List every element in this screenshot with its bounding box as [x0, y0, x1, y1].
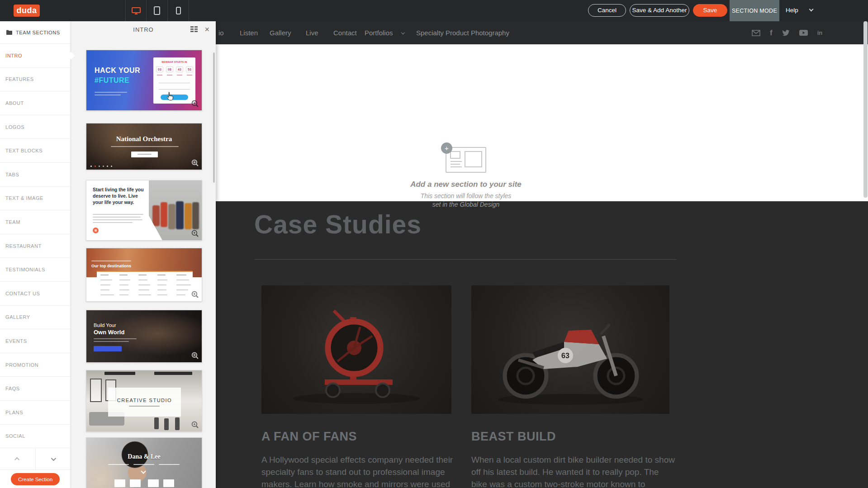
panel-scrollbar[interactable] [213, 52, 215, 183]
youtube-icon[interactable] [799, 30, 808, 36]
sidebar-item-plans[interactable]: PLANS [0, 401, 71, 425]
nav-item-truncated[interactable]: io [218, 29, 224, 37]
accent-dot-icon [93, 227, 99, 233]
save-add-another-button[interactable]: Save & Add Another [630, 4, 689, 17]
template-thumbnail-hack-your-future[interactable]: HACK YOUR #FUTURE WEBINAR STARTS IN 03 0… [86, 50, 202, 111]
sidebar-item-restaurant[interactable]: RESTAURANT [0, 234, 71, 258]
chevron-down-icon[interactable] [809, 7, 814, 12]
case-study-body: When a local custom dirt bike builder ne… [471, 454, 676, 488]
text-line-placeholder [111, 146, 179, 147]
nav-item-specialty-product-photography[interactable]: Specialty Product Photography [416, 29, 509, 37]
close-icon[interactable]: × [204, 25, 209, 34]
sidebar-header-label: TEAM SECTIONS [16, 30, 60, 35]
zoom-preview-icon[interactable] [191, 159, 199, 167]
text-line-placeholder [95, 95, 121, 95]
template-thumbnail-top-destinations[interactable]: Our top destinations [86, 248, 202, 302]
template-thumbnail-dana-and-lee[interactable]: Dana & Lee [86, 437, 202, 488]
zoom-preview-icon[interactable] [191, 291, 199, 298]
countdown-value: 08 [166, 66, 173, 72]
sidebar-item-faqs[interactable]: FAQS [0, 377, 71, 401]
panel-header: INTRO × [71, 21, 216, 38]
case-study-title: A FAN OF FANS [261, 430, 357, 444]
sidebar-item-promotion[interactable]: PROMOTION [0, 353, 71, 377]
plus-icon: + [441, 142, 452, 154]
template-preview-image: Dana & Lee [86, 438, 202, 488]
countdown-value: 03 [156, 66, 163, 72]
layout-grid-icon[interactable] [190, 26, 198, 34]
section-mode-badge: SECTION MODE [730, 0, 779, 21]
zoom-preview-icon[interactable] [191, 421, 199, 429]
create-section-button[interactable]: Create Section [11, 473, 60, 485]
cancel-button[interactable]: Cancel [588, 4, 626, 17]
template-heading: Start living the life you deserve to liv… [93, 186, 148, 205]
linkedin-icon[interactable]: in [817, 29, 823, 36]
template-heading: Dana & Lee [86, 453, 202, 460]
template-thumbnail-creative-studio[interactable]: CREATIVE STUDIO [86, 370, 202, 432]
sidebar-item-tabs[interactable]: TABS [0, 163, 71, 187]
nav-item-contact[interactable]: Contact [333, 29, 357, 37]
email-icon[interactable] [752, 30, 760, 36]
sidebar-item-text-blocks[interactable]: TEXT BLOCKS [0, 139, 71, 163]
page-scrollbar[interactable] [863, 21, 868, 198]
template-heading: HACK YOUR [95, 66, 140, 75]
sidebar-item-about[interactable]: ABOUT [0, 91, 71, 115]
scroll-down-button[interactable] [35, 448, 71, 469]
template-heading: #FUTURE [95, 76, 129, 85]
countdown-box-placeholder [148, 479, 159, 487]
sidebar-item-features[interactable]: FEATURES [0, 68, 71, 92]
add-section-subtitle-line1: This section will follow the styles [375, 192, 556, 199]
zoom-preview-icon[interactable] [191, 230, 199, 237]
sidebar-item-intro[interactable]: INTRO [0, 44, 71, 68]
countdown-box-placeholder [130, 479, 141, 487]
duda-logo[interactable]: duda [14, 5, 40, 17]
sidebar-item-social[interactable]: SOCIAL [0, 425, 71, 449]
section-heading: Case Studies [254, 209, 422, 239]
sidebar-item-events[interactable]: EVENTS [0, 329, 71, 353]
device-desktop-button[interactable] [125, 0, 147, 21]
device-mobile-button[interactable] [168, 0, 189, 21]
dirt-bike-photo: 63 [471, 285, 669, 414]
nav-item-live[interactable]: Live [306, 29, 318, 37]
twitter-icon[interactable] [782, 30, 790, 36]
mobile-icon [176, 7, 181, 14]
nav-item-gallery[interactable]: Gallery [270, 29, 291, 37]
template-heading: CREATIVE STUDIO [108, 398, 181, 403]
zoom-preview-icon[interactable] [191, 100, 199, 108]
template-thumbnail-national-orchestra[interactable]: National Orchestra [86, 123, 202, 170]
sections-sidebar: TEAM SECTIONS INTRO FEATURES ABOUT LOGOS… [0, 21, 71, 488]
zoom-preview-icon[interactable] [191, 352, 199, 360]
help-menu[interactable]: Help [786, 7, 798, 14]
chevron-down-icon [141, 469, 146, 474]
template-thumbnail-build-your-own-world[interactable]: Build Your Own World [86, 310, 202, 363]
scroll-up-button[interactable] [0, 448, 35, 469]
sidebar-item-logos[interactable]: LOGOS [0, 115, 71, 139]
chevron-down-icon [401, 31, 405, 34]
nav-item-listen[interactable]: Listen [240, 29, 258, 37]
template-preview-image: Build Your Own World [86, 310, 202, 362]
save-button[interactable]: Save [693, 4, 727, 17]
countdown-label-placeholder [167, 75, 172, 76]
countdown-value: 53 [186, 66, 193, 72]
form-field-placeholder [159, 89, 190, 90]
countdown-label-placeholder [157, 75, 162, 76]
bike-number: 63 [561, 352, 569, 360]
sidebar-item-testimonials[interactable]: TESTIMONIALS [0, 258, 71, 282]
facebook-icon[interactable]: f [770, 28, 773, 38]
intro-templates-panel: INTRO × HACK YOUR #FUTURE WEBINAR STARTS… [71, 21, 216, 488]
sidebar-item-gallery[interactable]: GALLERY [0, 306, 71, 330]
countdown-box-placeholder [163, 479, 174, 487]
sidebar-item-team[interactable]: TEAM [0, 210, 71, 234]
sidebar-item-contact-us[interactable]: CONTACT US [0, 282, 71, 306]
device-tablet-button[interactable] [147, 0, 168, 21]
nav-item-portfolios[interactable]: Portfolios [365, 29, 393, 37]
sidebar-item-text-image[interactable]: TEXT & IMAGE [0, 187, 71, 211]
sidebar-header: TEAM SECTIONS [0, 21, 71, 44]
signup-button-placeholder [161, 95, 188, 100]
chevron-down-icon [51, 456, 56, 461]
countdown-widget: WEBINAR STARTS IN 03 08 43 53 [153, 57, 195, 104]
template-heading: Build Your [94, 322, 116, 328]
countdown-label-placeholder [177, 75, 182, 76]
chevron-up-icon [14, 457, 19, 462]
tablet-icon [154, 6, 160, 15]
template-thumbnail-live-your-way[interactable]: Start living the life you deserve to liv… [86, 180, 202, 241]
